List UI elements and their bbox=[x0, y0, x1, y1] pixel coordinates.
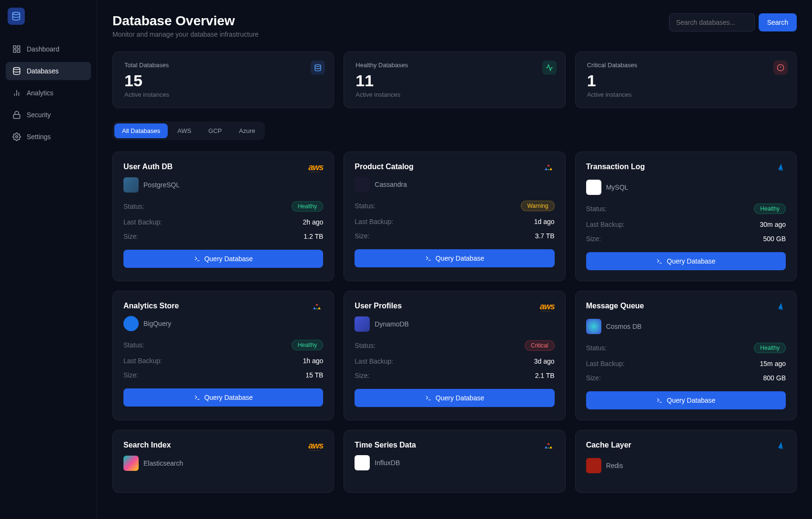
backup-value: 2h ago bbox=[303, 218, 324, 226]
status-badge: Healthy bbox=[754, 343, 786, 353]
terminal-icon bbox=[656, 258, 663, 265]
engine-logo bbox=[355, 316, 370, 332]
stat-value: 15 bbox=[124, 71, 322, 90]
aws-logo: aws bbox=[308, 163, 323, 173]
size-label: Size: bbox=[355, 232, 369, 240]
backup-value: 30m ago bbox=[760, 221, 786, 228]
status-badge: Healthy bbox=[754, 204, 786, 214]
engine-name: Redis bbox=[606, 462, 623, 469]
size-value: 800 GB bbox=[763, 374, 786, 382]
stat-critical: Critical Databases 1 Active instances bbox=[575, 51, 797, 108]
size-label: Size: bbox=[586, 235, 601, 243]
database-icon bbox=[12, 67, 21, 75]
backup-value: 1d ago bbox=[534, 218, 555, 225]
stat-sub: Active instances bbox=[124, 91, 322, 98]
analytics-icon bbox=[12, 89, 21, 97]
query-database-button[interactable]: Query Database bbox=[586, 391, 786, 409]
status-label: Status: bbox=[355, 342, 376, 349]
svg-point-10 bbox=[16, 136, 18, 138]
size-value: 3.7 TB bbox=[535, 232, 555, 240]
query-database-button[interactable]: Query Database bbox=[586, 252, 786, 270]
query-database-button[interactable]: Query Database bbox=[123, 388, 323, 407]
aws-logo: aws bbox=[308, 441, 323, 451]
svg-rect-3 bbox=[13, 50, 16, 52]
database-name: Time Series Data bbox=[355, 441, 416, 449]
size-label: Size: bbox=[586, 374, 601, 382]
stat-total: Total Databases 15 Active instances bbox=[112, 51, 334, 108]
svg-point-0 bbox=[13, 12, 20, 15]
gear-icon bbox=[12, 132, 21, 141]
backup-label: Last Backup: bbox=[123, 357, 162, 365]
page-subtitle: Monitor and manage your database infrast… bbox=[112, 31, 259, 38]
terminal-icon bbox=[194, 255, 201, 262]
backup-value: 15m ago bbox=[760, 360, 786, 367]
filter-azure[interactable]: Azure bbox=[232, 123, 263, 138]
sidebar-item-databases[interactable]: Databases bbox=[6, 62, 91, 80]
stat-value: 1 bbox=[587, 71, 785, 90]
engine-logo bbox=[123, 456, 139, 471]
filter-all[interactable]: All Databases bbox=[114, 123, 168, 138]
azure-logo bbox=[775, 163, 786, 175]
query-database-button[interactable]: Query Database bbox=[123, 250, 323, 268]
terminal-icon bbox=[425, 255, 432, 262]
status-label: Status: bbox=[355, 202, 376, 210]
database-grid: User Auth DB aws PostgreSQL Status:Healt… bbox=[112, 152, 797, 493]
engine-name: Cosmos DB bbox=[606, 323, 642, 330]
stat-healthy: Healthy Databases 11 Active instances bbox=[344, 51, 565, 108]
engine-logo bbox=[586, 180, 601, 195]
backup-label: Last Backup: bbox=[123, 218, 162, 226]
gcp-logo bbox=[542, 163, 555, 172]
database-icon bbox=[11, 11, 21, 21]
stat-value: 11 bbox=[355, 71, 553, 90]
terminal-icon bbox=[194, 394, 201, 401]
engine-name: DynamoDB bbox=[375, 320, 409, 328]
terminal-icon bbox=[425, 395, 432, 401]
query-database-button[interactable]: Query Database bbox=[355, 389, 554, 407]
engine-name: PostgreSQL bbox=[143, 181, 180, 189]
svg-point-5 bbox=[13, 68, 20, 70]
database-name: User Auth DB bbox=[123, 163, 173, 171]
query-database-button[interactable]: Query Database bbox=[355, 249, 554, 267]
size-value: 1.2 TB bbox=[304, 233, 323, 240]
sidebar-item-security[interactable]: Security bbox=[6, 106, 91, 124]
page-title: Database Overview bbox=[112, 13, 259, 29]
size-label: Size: bbox=[355, 372, 369, 379]
azure-logo bbox=[775, 302, 786, 314]
database-card: Cache Layer Redis bbox=[575, 430, 797, 493]
search-input[interactable] bbox=[669, 13, 755, 31]
sidebar: Dashboard Databases Analytics Security S… bbox=[0, 0, 97, 519]
gcp-logo bbox=[311, 302, 323, 311]
database-name: Cache Layer bbox=[586, 441, 631, 449]
engine-logo bbox=[355, 455, 370, 470]
terminal-icon bbox=[656, 397, 663, 404]
size-value: 2.1 TB bbox=[535, 372, 555, 379]
status-label: Status: bbox=[586, 344, 607, 352]
database-card: Message Queue Cosmos DB Status:Healthy L… bbox=[575, 291, 797, 420]
status-badge: Warning bbox=[521, 201, 554, 211]
lock-icon bbox=[12, 111, 21, 119]
filter-gcp[interactable]: GCP bbox=[201, 123, 229, 138]
sidebar-item-analytics[interactable]: Analytics bbox=[6, 84, 91, 102]
database-card: Analytics Store BigQuery Status:Healthy … bbox=[112, 291, 334, 420]
gcp-logo bbox=[542, 441, 555, 450]
sidebar-item-label: Databases bbox=[27, 67, 59, 75]
size-label: Size: bbox=[123, 233, 138, 240]
engine-name: Cassandra bbox=[375, 181, 407, 188]
sidebar-item-label: Dashboard bbox=[27, 45, 60, 53]
engine-name: Elasticsearch bbox=[143, 459, 183, 467]
sidebar-item-label: Settings bbox=[27, 133, 51, 141]
backup-label: Last Backup: bbox=[355, 357, 393, 365]
sidebar-item-settings[interactable]: Settings bbox=[6, 128, 91, 146]
status-label: Status: bbox=[123, 341, 144, 349]
search-button[interactable]: Search bbox=[759, 13, 797, 31]
engine-logo bbox=[123, 177, 139, 193]
stat-sub: Active instances bbox=[355, 91, 553, 98]
status-badge: Healthy bbox=[292, 201, 324, 212]
database-name: Product Catalog bbox=[355, 163, 414, 171]
database-name: Message Queue bbox=[586, 302, 644, 310]
backup-label: Last Backup: bbox=[586, 221, 625, 228]
alert-icon bbox=[773, 61, 788, 75]
sidebar-item-dashboard[interactable]: Dashboard bbox=[6, 40, 91, 58]
svg-rect-4 bbox=[18, 50, 20, 52]
filter-aws[interactable]: AWS bbox=[170, 123, 199, 138]
